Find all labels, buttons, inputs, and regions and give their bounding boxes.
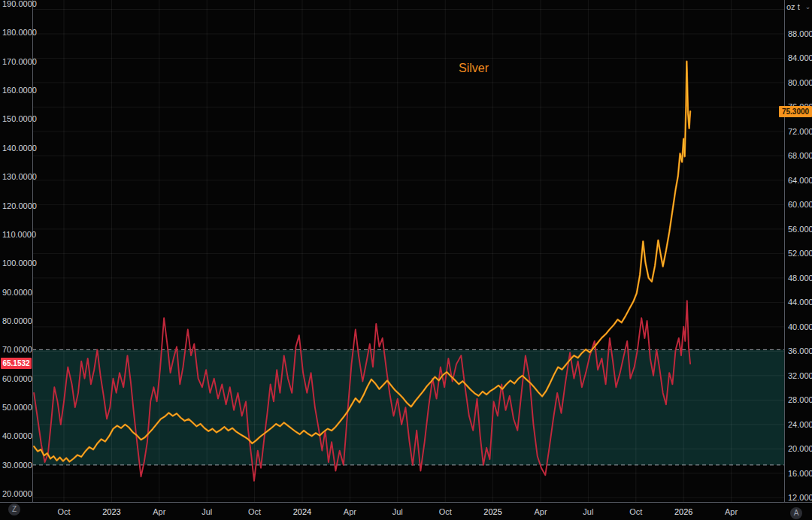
- right-axis-tick-label: 40.0000: [788, 322, 812, 331]
- right-axis-tick-label: 36.0000: [788, 346, 812, 355]
- right-axis-tick-label: 60.0000: [788, 200, 812, 209]
- right-axis-tick-label: 20.0000: [788, 444, 812, 453]
- right-axis-tick-label: 28.0000: [788, 395, 812, 404]
- right-axis-tick-label: 48.0000: [788, 274, 812, 283]
- right-axis-tick-label: 64.0000: [788, 176, 812, 185]
- left-axis-tick-label: 180.0000: [2, 28, 37, 37]
- right-axis-tick-label: 44.0000: [788, 298, 812, 307]
- left-axis-tick-label: 30.0000: [2, 461, 32, 470]
- chart-window: 190.0000180.0000170.0000160.0000150.0000…: [0, 0, 812, 520]
- right-price-axis[interactable]: 88.000084.000080.000076.000072.000068.00…: [784, 0, 812, 502]
- left-axis-tick-label: 100.0000: [2, 258, 37, 268]
- left-axis-tick-label: 90.0000: [2, 288, 32, 297]
- unit-label: oz t: [786, 2, 800, 11]
- left-price-axis[interactable]: 190.0000180.0000170.0000160.0000150.0000…: [0, 0, 33, 502]
- time-axis-year-label: 2024: [293, 507, 311, 516]
- chevron-down-icon: ⌄: [805, 4, 811, 11]
- chart-title: Silver: [459, 62, 489, 75]
- left-axis-tick-label: 70.0000: [2, 345, 32, 354]
- time-axis-month-label: Apr: [725, 507, 738, 516]
- auto-scale-button[interactable]: A: [790, 507, 802, 519]
- time-axis-month-label: Oct: [629, 507, 642, 516]
- time-axis[interactable]: Oct2023AprJulOct2024AprJulOct2025AprJulO…: [0, 502, 812, 520]
- time-axis-month-label: Jul: [201, 507, 212, 516]
- right-axis-tick-label: 56.0000: [788, 225, 812, 234]
- time-axis-year-label: 2026: [674, 507, 692, 516]
- price-chart-plot[interactable]: [0, 0, 812, 520]
- left-axis-tick-label: 140.0000: [2, 144, 37, 153]
- left-axis-tick-label: 150.0000: [2, 114, 37, 123]
- left-axis-tick-label: 170.0000: [2, 57, 37, 66]
- time-axis-month-label: Apr: [344, 507, 356, 516]
- time-axis-month-label: Oct: [57, 507, 70, 516]
- time-axis-month-label: Apr: [534, 507, 547, 516]
- unit-selector-dropdown[interactable]: oz t ⌄: [786, 2, 810, 11]
- time-axis-month-label: Apr: [153, 507, 165, 516]
- last-value-badge-left: 65.1532: [1, 358, 32, 369]
- left-axis-tick-label: 190.0000: [2, 0, 37, 8]
- time-axis-month-label: Oct: [248, 507, 261, 516]
- left-axis-tick-label: 20.0000: [2, 489, 32, 498]
- right-axis-tick-label: 52.0000: [788, 249, 812, 258]
- right-axis-tick-label: 88.0000: [788, 29, 812, 38]
- last-value-badge-right: 75.3000: [779, 106, 812, 117]
- timezone-button[interactable]: Z: [8, 503, 20, 515]
- left-axis-tick-label: 110.0000: [2, 230, 36, 239]
- right-axis-tick-label: 24.0000: [788, 420, 812, 429]
- left-axis-tick-label: 60.0000: [2, 374, 32, 383]
- left-axis-tick-label: 160.0000: [2, 86, 37, 95]
- right-axis-tick-label: 32.0000: [788, 371, 812, 380]
- right-axis-tick-label: 72.0000: [788, 127, 812, 136]
- right-axis-tick-label: 12.0000: [788, 493, 812, 502]
- time-axis-year-label: 2023: [102, 507, 120, 516]
- right-axis-tick-label: 80.0000: [788, 78, 812, 87]
- time-axis-month-label: Oct: [439, 507, 452, 516]
- time-axis-month-label: Jul: [392, 507, 403, 516]
- right-axis-tick-label: 16.0000: [788, 469, 812, 478]
- left-axis-tick-label: 40.0000: [2, 431, 32, 440]
- right-axis-tick-label: 68.0000: [788, 151, 812, 160]
- left-axis-tick-label: 50.0000: [2, 403, 32, 412]
- time-axis-month-label: Jul: [583, 507, 593, 516]
- left-axis-tick-label: 130.0000: [2, 172, 37, 181]
- right-axis-tick-label: 84.0000: [788, 53, 812, 62]
- left-axis-tick-label: 80.0000: [2, 316, 32, 325]
- time-axis-year-label: 2025: [483, 507, 501, 516]
- left-axis-tick-label: 120.0000: [2, 201, 37, 210]
- range-band: [32, 349, 784, 464]
